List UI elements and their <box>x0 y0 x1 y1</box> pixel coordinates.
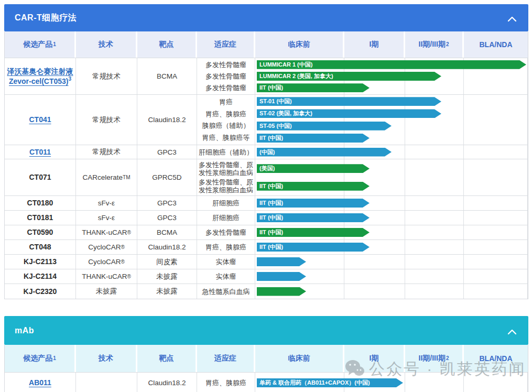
tech-name: THANK-uCAR <box>82 228 127 236</box>
product-link[interactable]: CT011 <box>29 147 51 157</box>
target-name: GPC3 <box>157 199 177 207</box>
trial-bar: LUMMICAR 2 (美国, 加拿大) <box>257 72 441 81</box>
product-line-wrap: KJ-C2320 <box>24 287 57 297</box>
product-line: KJ-C2320 <box>24 287 57 296</box>
indication-cell: 胃癌胃癌、胰腺癌胰腺癌（辅助）胃癌、胰腺癌等 <box>197 95 255 145</box>
indication-cell: 实体瘤 <box>197 269 255 284</box>
column-header-2: 技术 <box>76 31 137 58</box>
product-line-wrap: CT048 <box>29 242 51 252</box>
product-link[interactable]: CT041 <box>29 115 51 125</box>
section-gap <box>4 299 528 316</box>
trial-bar-label: ST-01 (中国) <box>259 97 292 105</box>
table-row-KJ-C2113: KJ-C2113CycloCAR®间皮素实体瘤 <box>5 254 528 269</box>
column-header-6: I期 <box>344 31 405 58</box>
target-name: BCMA <box>157 228 177 236</box>
column-header-label: 技术 <box>99 40 113 49</box>
trial-bar: IIT (中国) <box>257 134 370 143</box>
product-line-wrap: KJ-C2113 <box>24 257 57 267</box>
trial-bar: IIT (中国) <box>257 243 370 252</box>
target-cell: Claudin18.2 <box>137 95 197 145</box>
product-line-wrap: Zevor-cel(CT053)3 <box>7 77 73 86</box>
target-cell: Claudin18.2 <box>137 373 197 392</box>
column-header-3: 靶点 <box>137 31 197 58</box>
product-cell: KJ-C2114 <box>5 269 76 284</box>
table-row-CT0590: CT0590THANK-uCAR®BCMA多发性骨髓瘤IIT (中国) <box>5 225 528 239</box>
trial-bars-overlay: (中国) <box>256 146 527 158</box>
chevron-up-icon[interactable] <box>507 328 517 334</box>
tech-cell: 常规技术 <box>76 145 137 159</box>
tech-name: sFv-ε <box>98 199 115 207</box>
indication-cell: 多发性骨髓瘤 <box>197 225 255 239</box>
target-name: GPC3 <box>157 214 177 222</box>
trial-bar-slot: IIT (中国) <box>256 134 527 143</box>
target-name: BCMA <box>157 72 177 80</box>
product-cell: CT0181 <box>5 211 76 225</box>
trial-bar-label: IIT (中国) <box>259 134 283 142</box>
column-header-label: 临床前 <box>288 40 310 49</box>
product-line-wrap: CT041 <box>29 115 51 125</box>
tech-name: CycloCAR <box>88 243 121 251</box>
trial-bars-overlay <box>256 255 527 268</box>
trial-bars-overlay: IIT (中国) <box>256 211 527 224</box>
column-header-label: I期 <box>370 354 379 363</box>
product-line: CT0181 <box>27 213 53 222</box>
product-link[interactable]: 泽沃基奥仑赛注射液Zevor-cel(CT053)3 <box>7 67 73 86</box>
tech-name: CARcelerate <box>83 173 123 181</box>
product-cell: KJ-C2113 <box>5 255 76 269</box>
indication-cell: 胃癌、胰腺癌 <box>197 240 255 254</box>
column-header-2: 技术 <box>76 345 137 372</box>
chevron-up-icon[interactable] <box>507 15 517 21</box>
column-header-label: BLA/NDA <box>480 40 513 49</box>
product-cell[interactable]: CT011 <box>5 145 76 159</box>
product-line: 泽沃基奥仑赛注射液 <box>7 67 73 75</box>
product-name: CT0180 <box>27 198 53 208</box>
product-cell: CT071 <box>5 159 76 195</box>
target-name: Claudin18.2 <box>148 243 186 251</box>
tech-cell: THANK-uCAR® <box>76 269 137 284</box>
tech-cell: 未披露 <box>76 284 137 299</box>
trial-bar-slot: IIT (中国) <box>256 199 527 208</box>
trial-bar-slot: IIT (中国) <box>256 83 527 92</box>
indication-text: 胃癌 <box>198 96 254 108</box>
product-line: CT0180 <box>27 199 53 207</box>
table-row-KJ-C2114: KJ-C2114THANK-uCAR®未披露实体瘤 <box>5 269 528 284</box>
indication-text: 多发性骨髓瘤、原发性浆细胞白血病 <box>198 160 254 178</box>
trial-bars-overlay: ST-01 (中国)ST-02 (美国, 加拿大)ST-05 (中国)IIT (… <box>256 95 527 144</box>
column-header-4: 适应症 <box>197 345 255 372</box>
trial-bar-slot <box>256 272 527 281</box>
trial-bar-slot: IIT (中国) <box>256 243 527 252</box>
indication-cell: 急性髓系白血病 <box>197 284 255 299</box>
indication-text: 胃癌、胰腺癌 <box>198 241 254 253</box>
table-row-CT071: CT071CARcelerateTMGPRC5D多发性骨髓瘤、原发性浆细胞白血病… <box>5 159 528 195</box>
product-line-wrap: CT071 <box>29 172 51 182</box>
table-row-CT041: CT041常规技术Claudin18.2胃癌胃癌、胰腺癌胰腺癌（辅助）胃癌、胰腺… <box>5 94 528 145</box>
product-line: Zevor-cel(CT053) <box>9 77 69 85</box>
section-header-cart[interactable]: CAR-T细胞疗法 <box>4 4 528 31</box>
product-name: CT0590 <box>27 227 53 237</box>
column-header-7: II期/III期2 <box>405 345 464 372</box>
section-header-mab[interactable]: mAb <box>4 316 528 345</box>
product-cell[interactable]: CT041 <box>5 95 76 145</box>
target-cell: GPRC5D <box>137 159 197 195</box>
table-row-KJ-C2320: KJ-C2320未披露未披露急性髓系白血病 <box>5 284 528 299</box>
column-header-label: 技术 <box>99 354 113 363</box>
product-cell[interactable]: 泽沃基奥仑赛注射液Zevor-cel(CT053)3 <box>5 58 76 94</box>
table-row-CT048: CT048CycloCAR®Claudin18.2胃癌、胰腺癌IIT (中国) <box>5 239 528 254</box>
column-header-5: 临床前 <box>255 31 344 58</box>
product-link[interactable]: AB011 <box>29 378 51 388</box>
trial-bars-overlay: 单药 & 联合用药（AB011+CAPOX）(中国) <box>256 373 527 392</box>
column-header-3: 靶点 <box>137 345 197 372</box>
trial-bars-overlay: IIT (中国) <box>256 241 527 254</box>
product-line: CT048 <box>29 243 51 251</box>
product-line: CT0590 <box>27 228 53 236</box>
column-header-row: 候选产品1技术靶点适应症临床前I期II期/III期2BLA/NDA <box>5 345 528 372</box>
column-header-label: 适应症 <box>214 40 236 49</box>
tech-cell: CARcelerateTM <box>76 159 137 195</box>
column-header-row: 候选产品1技术靶点适应症临床前I期II期/III期2BLA/NDA <box>5 31 528 58</box>
product-cell: KJ-C2320 <box>5 284 76 299</box>
product-name: KJ-C2320 <box>24 287 57 297</box>
trial-bars-overlay <box>256 285 527 298</box>
tech-cell: 常规技术 <box>76 95 137 145</box>
pipeline-sections: CAR-T细胞疗法候选产品1技术靶点适应症临床前I期II期/III期2BLA/N… <box>4 4 528 392</box>
product-cell[interactable]: AB011 <box>5 373 76 392</box>
